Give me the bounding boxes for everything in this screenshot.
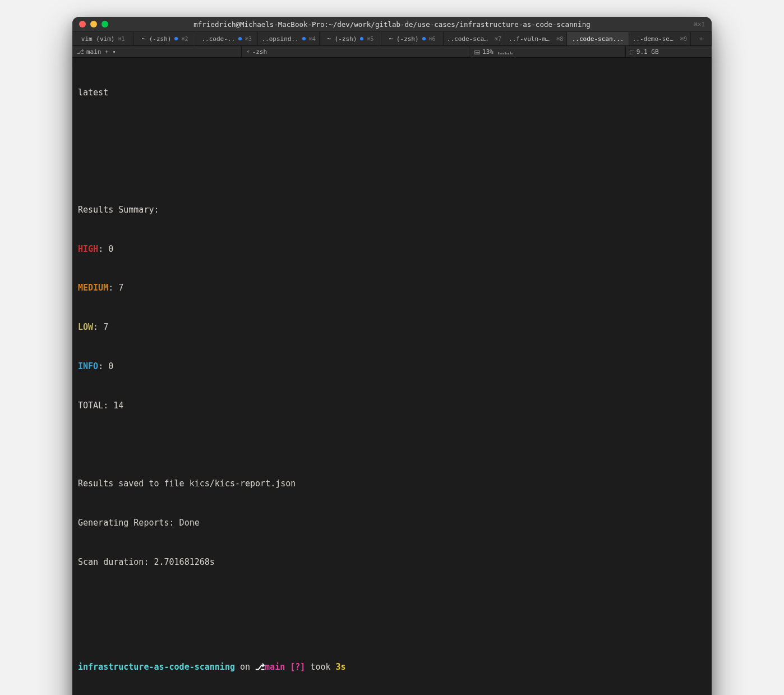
output-line: Results saved to file kics/kics-report.j… [78,477,706,490]
terminal-window: mfriedrich@Michaels-MacBook-Pro:~/dev/wo… [72,17,712,695]
status-bar: ⎇ main + • ⚡ -zsh 🖴 13% ⬚ 9.1 GB [72,46,712,58]
output-line: MEDIUM: 7 [78,282,706,294]
status-git-text: main + • [86,48,116,56]
close-icon[interactable] [79,21,86,27]
tab-label: ..opsind.. [261,35,298,43]
status-memory: ⬚ 9.1 GB [626,46,712,57]
minimize-icon[interactable] [90,21,97,27]
terminal-tab[interactable]: ..f-vuln-mo..⌘8 [505,32,567,45]
disk-icon: 🖴 [474,48,480,56]
activity-dot-icon [238,37,242,40]
output-line: INFO: 0 [78,360,706,373]
status-git: ⎇ main + • [72,46,242,57]
tab-shortcut: ⌘5 [367,36,373,42]
status-disk: 🖴 13% [469,46,626,57]
output-line: Scan duration: 2.701681268s [78,556,706,569]
terminal-tab[interactable]: ..opsind..⌘4 [258,32,320,45]
shell-prompt: infrastructure-as-code-scanning on ⎇main… [78,660,706,674]
terminal-tab[interactable]: vim (vim)⌘1 [72,32,134,45]
tab-label: ~ (-zsh) [141,35,171,43]
activity-dot-icon [422,37,426,40]
terminal-tab[interactable]: ..-demo-se..⌘9 [629,32,691,45]
tab-label: ..f-vuln-mo.. [509,35,553,43]
memory-icon: ⬚ [630,48,634,56]
activity-dot-icon [302,37,306,40]
tab-label: vim (vim) [81,35,115,43]
output-line [78,164,706,177]
activity-dot-icon [360,37,363,40]
tab-shortcut: ⌘3 [245,36,252,42]
tab-label: ~ (-zsh) [389,35,419,43]
prompt-dir: infrastructure-as-code-scanning [78,662,235,672]
terminal-tab[interactable]: ..code-sca..⌘7 [444,32,505,45]
zoom-icon[interactable] [102,21,108,27]
tab-label: ..code-sca.. [447,35,491,43]
terminal-tab[interactable]: ~ (-zsh)⌘2 [134,32,196,45]
output-line: Results Summary: [78,204,706,217]
severity-high-label: HIGH [78,244,98,254]
tab-label: ~ (-zsh) [327,35,357,43]
output-line [78,595,706,607]
output-line: HIGH: 0 [78,243,706,256]
tab-label: ..-demo-se.. [633,35,677,43]
output-line: Generating Reports: Done [78,517,706,530]
tab-bar: vim (vim)⌘1~ (-zsh)⌘2..code-..⌘3..opsind… [72,31,712,46]
output-line [78,438,706,451]
tab-shortcut: ⌘4 [309,36,316,42]
tab-label: ..code-scan... [572,35,624,43]
severity-low-label: LOW [78,322,93,332]
tab-shortcut: ⌘7 [495,36,501,42]
tab-shortcut: ⌘9 [680,36,687,42]
severity-medium-label: MEDIUM [78,283,108,293]
disk-sparkline-icon [498,49,513,54]
output-line: TOTAL: 14 [78,399,706,412]
tab-shortcut: ⌘8 [556,36,563,42]
output-line [78,125,706,138]
terminal-tab[interactable]: ..code-..⌘3 [196,32,258,45]
prompt-branch: main [265,662,285,672]
status-shell-text: -zsh [252,48,268,56]
terminal-tab[interactable]: ~ (-zsh)⌘6 [381,32,443,45]
tab-label: ..code-.. [201,35,235,43]
terminal-tab[interactable]: ~ (-zsh)⌘5 [320,32,381,45]
activity-dot-icon [174,37,178,40]
severity-info-label: INFO [78,361,98,371]
terminal-tab[interactable]: ..code-scan... [567,32,629,45]
bolt-icon: ⚡ [246,48,250,56]
prompt-took: 3s [336,662,346,672]
tab-shortcut: ⌘2 [181,36,188,42]
new-tab-button[interactable]: + [691,32,712,45]
tab-shortcut: ⌘6 [429,36,436,42]
traffic-lights [79,21,108,27]
window-title: mfriedrich@Michaels-MacBook-Pro:~/dev/wo… [72,20,712,29]
window-shortcut-indicator: ⌘×1 [694,21,705,28]
tab-shortcut: ⌘1 [118,36,124,42]
status-shell: ⚡ -zsh [242,46,469,57]
output-line: LOW: 7 [78,321,706,334]
titlebar: mfriedrich@Michaels-MacBook-Pro:~/dev/wo… [72,17,712,31]
status-disk-text: 13% [482,48,494,56]
branch-icon: ⎇ [255,662,265,671]
output-line: latest [78,86,706,99]
prompt-flags: [?] [290,662,305,672]
terminal-output[interactable]: latest Results Summary: HIGH: 0 MEDIUM: … [72,58,712,695]
status-memory-text: 9.1 GB [637,48,659,56]
branch-icon: ⎇ [77,48,84,56]
